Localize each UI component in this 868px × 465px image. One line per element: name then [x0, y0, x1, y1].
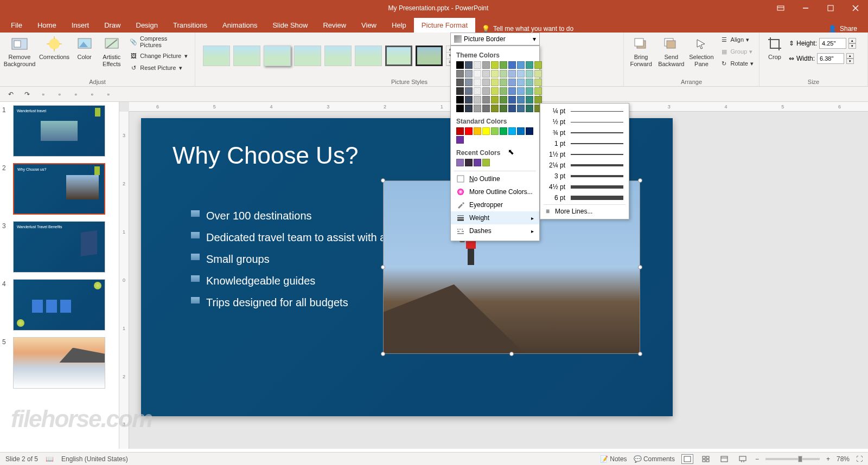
- color-swatch[interactable]: [474, 96, 481, 104]
- color-swatch[interactable]: [508, 96, 516, 104]
- weight-option[interactable]: 2¼ pt: [540, 160, 629, 171]
- color-swatch[interactable]: [534, 96, 542, 104]
- qat-button[interactable]: ▫: [38, 89, 49, 100]
- weight-option[interactable]: ¼ pt: [540, 106, 629, 117]
- style-thumb[interactable]: [203, 46, 230, 66]
- comments-button[interactable]: 💬 Comments: [634, 455, 675, 463]
- color-swatch[interactable]: [508, 127, 516, 135]
- undo-button[interactable]: ↶: [5, 89, 16, 100]
- height-input[interactable]: [819, 38, 846, 49]
- spellcheck-icon[interactable]: 📖: [46, 455, 54, 463]
- align-button[interactable]: ☰Align▾: [718, 34, 756, 45]
- color-swatch[interactable]: [482, 79, 490, 86]
- style-thumb[interactable]: [294, 46, 321, 66]
- color-swatch[interactable]: [508, 61, 516, 69]
- picture-border-button[interactable]: Picture Border ▾: [450, 33, 540, 46]
- color-swatch[interactable]: [534, 79, 542, 86]
- color-button[interactable]: Color: [73, 34, 96, 62]
- tab-file[interactable]: File: [3, 18, 30, 33]
- color-swatch[interactable]: [517, 96, 525, 104]
- change-picture-button[interactable]: 🖼Change Picture▾: [127, 50, 192, 61]
- color-swatch[interactable]: [500, 79, 507, 86]
- tab-help[interactable]: Help: [384, 18, 414, 33]
- qat-button[interactable]: ▫: [87, 89, 98, 100]
- resize-handle[interactable]: [638, 352, 642, 356]
- slide-thumbnail[interactable]: [13, 337, 105, 389]
- artistic-effects-button[interactable]: Artistic Effects: [98, 34, 125, 69]
- color-swatch[interactable]: [482, 61, 490, 69]
- corrections-button[interactable]: Corrections: [38, 34, 71, 62]
- weight-option[interactable]: 1½ pt: [540, 149, 629, 160]
- color-swatch[interactable]: [491, 70, 499, 78]
- color-swatch[interactable]: [500, 127, 507, 135]
- resize-handle[interactable]: [638, 178, 642, 183]
- slide-thumbnail[interactable]: Wanderlust travel: [13, 105, 105, 157]
- width-down[interactable]: ▾: [846, 59, 854, 64]
- color-swatch[interactable]: [526, 96, 533, 104]
- weight-option[interactable]: 1 pt: [540, 138, 629, 149]
- send-backward-button[interactable]: Send Backward: [657, 34, 685, 69]
- color-swatch[interactable]: [465, 61, 473, 69]
- color-swatch[interactable]: [508, 79, 516, 86]
- zoom-level[interactable]: 78%: [837, 455, 850, 463]
- style-thumb[interactable]: [264, 46, 291, 66]
- color-swatch[interactable]: [517, 79, 525, 86]
- rotate-button[interactable]: ↻Rotate▾: [718, 58, 756, 69]
- color-swatch[interactable]: [482, 87, 490, 95]
- resize-handle[interactable]: [638, 265, 642, 269]
- close-button[interactable]: [843, 0, 868, 16]
- tab-insert[interactable]: Insert: [64, 18, 97, 33]
- tell-me-search[interactable]: 💡 Tell me what you want to do: [475, 25, 580, 33]
- color-swatch[interactable]: [526, 70, 533, 78]
- resize-handle[interactable]: [509, 352, 514, 356]
- zoom-slider[interactable]: [765, 458, 820, 460]
- height-down[interactable]: ▾: [848, 43, 856, 49]
- color-swatch[interactable]: [474, 79, 481, 86]
- notes-button[interactable]: 📝 Notes: [600, 455, 627, 463]
- color-swatch[interactable]: [474, 127, 481, 135]
- color-swatch[interactable]: [456, 61, 464, 69]
- qat-button[interactable]: ▫: [103, 89, 114, 100]
- tab-home[interactable]: Home: [30, 18, 64, 33]
- style-thumb[interactable]: [385, 46, 412, 66]
- color-swatch[interactable]: [500, 70, 507, 78]
- style-thumb[interactable]: [233, 46, 260, 66]
- eyedropper-item[interactable]: Eyedropper: [451, 198, 539, 211]
- crop-button[interactable]: Crop: [763, 34, 787, 62]
- language-status[interactable]: English (United States): [61, 455, 128, 463]
- color-swatch[interactable]: [482, 70, 490, 78]
- color-swatch[interactable]: [491, 105, 499, 112]
- color-swatch[interactable]: [491, 87, 499, 95]
- color-swatch[interactable]: [508, 87, 516, 95]
- color-swatch[interactable]: [456, 159, 464, 166]
- slide-counter[interactable]: Slide 2 of 5: [5, 455, 38, 463]
- color-swatch[interactable]: [508, 70, 516, 78]
- slide-thumbnail[interactable]: Wanderlust Travel Benefits: [13, 221, 105, 273]
- resize-handle[interactable]: [381, 265, 385, 269]
- qat-button[interactable]: ▫: [71, 89, 81, 100]
- color-swatch[interactable]: [482, 96, 490, 104]
- color-swatch[interactable]: [465, 79, 473, 86]
- reset-picture-button[interactable]: ↺Reset Picture▾: [127, 62, 192, 73]
- color-swatch[interactable]: [517, 87, 525, 95]
- color-swatch[interactable]: [482, 105, 490, 112]
- more-colors-item[interactable]: More Outline Colors...: [451, 185, 539, 198]
- style-thumb[interactable]: [324, 46, 352, 66]
- color-swatch[interactable]: [456, 70, 464, 78]
- display-options-button[interactable]: [768, 0, 793, 16]
- color-swatch[interactable]: [474, 61, 481, 69]
- color-swatch[interactable]: [534, 87, 542, 95]
- color-swatch[interactable]: [534, 70, 542, 78]
- maximize-button[interactable]: [818, 0, 843, 16]
- color-swatch[interactable]: [526, 87, 533, 95]
- color-swatch[interactable]: [491, 127, 499, 135]
- zoom-out-button[interactable]: −: [755, 455, 759, 463]
- color-swatch[interactable]: [500, 96, 507, 104]
- resize-handle[interactable]: [381, 178, 385, 183]
- color-swatch[interactable]: [456, 87, 464, 95]
- color-swatch[interactable]: [482, 159, 490, 166]
- selection-pane-button[interactable]: Selection Pane: [687, 34, 715, 69]
- redo-button[interactable]: ↷: [22, 89, 33, 100]
- tab-animations[interactable]: Animations: [215, 18, 265, 33]
- color-swatch[interactable]: [517, 70, 525, 78]
